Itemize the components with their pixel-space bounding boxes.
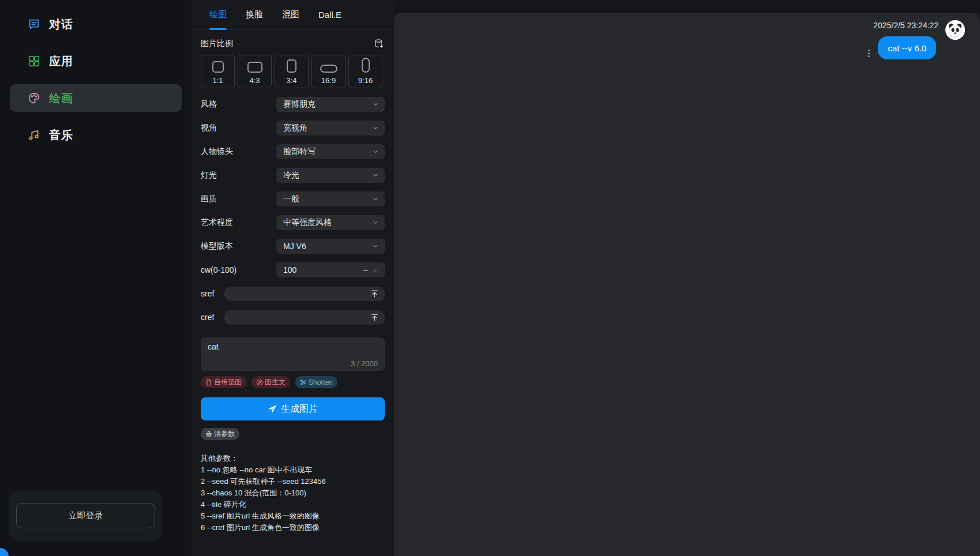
help-line: 3 --chaos 10 混合(范围：0-100): [201, 487, 385, 499]
style-select[interactable]: 赛博朋克: [276, 97, 385, 112]
help-line: 4 --tile 碎片化: [201, 499, 385, 510]
user-message-bubble: cat --v 6.0: [878, 36, 936, 59]
chevron-down-icon: [372, 196, 379, 202]
sidebar-item-chat[interactable]: 对话: [10, 10, 182, 38]
field-label-lighting: 灯光: [201, 170, 217, 181]
pen-circle-icon: [256, 379, 263, 386]
sref-input-wrap: [224, 287, 385, 301]
music-icon: [28, 129, 40, 141]
stylize-select[interactable]: 中等强度风格: [276, 215, 385, 230]
scissors-icon: [300, 379, 307, 386]
prompt-box: cat 3 / 2000: [201, 337, 385, 371]
tab-draw[interactable]: 绘图: [209, 0, 227, 29]
cref-input-wrap: [224, 310, 385, 325]
field-label-model: 模型版本: [201, 241, 233, 251]
upload-icon[interactable]: [370, 313, 379, 322]
user-avatar: [945, 20, 965, 40]
sidebar-item-label: 绘画: [49, 91, 73, 106]
sidebar-item-label: 音乐: [49, 127, 73, 143]
help-line: 5 --sref 图片url 生成风格一致的图像: [201, 510, 385, 522]
ratio-shape-icon: [320, 65, 337, 73]
paper-plane-icon: [268, 404, 277, 414]
model-select[interactable]: MJ V6: [276, 239, 385, 254]
lighting-select[interactable]: 冷光: [276, 168, 385, 183]
quality-select[interactable]: 一般: [276, 191, 385, 206]
decrement-button[interactable]: −: [361, 266, 370, 275]
char-counter: 3 / 2000: [351, 359, 378, 368]
other-params-help: 其他参数： 1 --no 忽略 --no car 图中不出现车 2 --seed…: [201, 453, 385, 534]
help-line: 1 --no 忽略 --no car 图中不出现车: [201, 464, 385, 476]
upload-icon[interactable]: [370, 290, 379, 298]
ratio-shape-icon: [212, 61, 224, 73]
clear-params-button[interactable]: 清参数: [201, 428, 239, 440]
field-label-cw: cw(0-100): [201, 265, 236, 275]
tab-dalle[interactable]: Dall.E: [318, 0, 341, 29]
palette-icon: [28, 92, 40, 104]
sidebar-item-apps[interactable]: 应用: [10, 47, 182, 75]
database-save-icon[interactable]: [373, 38, 385, 50]
chevron-down-icon: [372, 172, 379, 179]
view-select[interactable]: 宽视角: [276, 121, 385, 136]
help-title: 其他参数：: [201, 453, 385, 464]
field-label-shot: 人物镜头: [201, 146, 233, 157]
chevron-down-icon: [372, 243, 379, 250]
ratio-shape-icon: [287, 59, 296, 73]
tag-image-to-text[interactable]: 图生文: [251, 376, 290, 388]
sidebar-item-music[interactable]: 音乐: [10, 121, 182, 149]
shot-select[interactable]: 脸部特写: [276, 144, 385, 159]
message-menu-button[interactable]: [868, 48, 870, 58]
chevron-down-icon: [372, 101, 379, 108]
sidebar: 对话 应用 绘画 音乐 立即登录: [0, 0, 192, 556]
field-label-sref: sref: [201, 289, 214, 298]
ratio-option-9-16[interactable]: 9:16: [348, 55, 382, 88]
sidebar-item-label: 对话: [49, 17, 73, 32]
field-label-view: 视角: [201, 123, 217, 133]
generate-button[interactable]: 生成图片: [201, 397, 385, 420]
broom-icon: [205, 431, 212, 438]
field-label-style: 风格: [201, 99, 217, 110]
help-line: 6 --cref 图片url 生成角色一致的图像: [201, 522, 385, 534]
ratio-option-16-9[interactable]: 16:9: [311, 55, 346, 88]
tag-shorten[interactable]: Shorten: [295, 376, 337, 388]
chevron-down-icon: [372, 219, 379, 226]
chevron-down-icon: [372, 125, 379, 132]
ratio-shape-icon: [362, 58, 370, 73]
cref-input[interactable]: [230, 313, 370, 322]
mode-tabs: 绘图 换脸 混图 Dall.E: [192, 0, 394, 30]
ratio-option-4-3[interactable]: 4:3: [238, 55, 272, 88]
message-timestamp: 2025/2/5 23:24:22: [873, 21, 938, 30]
chat-icon: [28, 18, 40, 31]
ratio-option-1-1[interactable]: 1:1: [201, 55, 235, 88]
field-label-stylize: 艺术程度: [201, 217, 233, 228]
tab-face-swap[interactable]: 换脸: [246, 0, 263, 29]
cw-input[interactable]: [283, 265, 361, 275]
field-label-quality: 画质: [201, 194, 217, 204]
sidebar-item-label: 应用: [49, 54, 73, 69]
help-line: 2 --seed 可先获取种子 --seed 123456: [201, 476, 385, 487]
tag-pad-image[interactable]: 自传垫图: [201, 376, 246, 388]
cw-stepper: − +: [276, 262, 385, 277]
file-icon: [205, 379, 212, 386]
chevron-down-icon: [372, 148, 379, 155]
increment-button[interactable]: +: [370, 266, 380, 275]
draw-settings-panel: 绘图 换脸 混图 Dall.E 图片比例 1:1 4:: [192, 0, 394, 556]
tab-blend[interactable]: 混图: [282, 0, 299, 29]
apps-icon: [28, 55, 40, 67]
aspect-ratio-group: 1:1 4:3 3:4 16:9 9:16: [201, 55, 385, 88]
chat-area: 2025/2/5 23:24:22 cat --v 6.0: [394, 13, 980, 556]
login-card: 立即登录: [9, 490, 162, 541]
sref-input[interactable]: [230, 290, 370, 298]
ratio-shape-icon: [247, 62, 262, 73]
sidebar-item-draw[interactable]: 绘画: [10, 84, 182, 112]
login-button[interactable]: 立即登录: [16, 503, 155, 528]
ratio-section-label: 图片比例: [201, 39, 233, 49]
field-label-cref: cref: [201, 313, 214, 322]
ratio-option-3-4[interactable]: 3:4: [275, 55, 309, 88]
